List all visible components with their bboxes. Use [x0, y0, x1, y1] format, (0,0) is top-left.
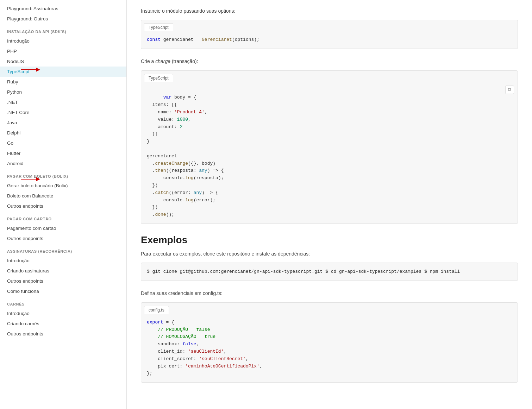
sidebar-item-playground-outros[interactable]: Playground: Outros [0, 14, 126, 24]
sidebar-container: Playground: AssinaturasPlayground: Outro… [0, 4, 126, 339]
sidebar-section-label: ASSINATURAS (RECORRÊNCIA) [0, 244, 126, 256]
sidebar-item-python[interactable]: Python [0, 87, 126, 97]
sidebar-item-java[interactable]: Java [0, 118, 126, 128]
sidebar-item-ruby[interactable]: Ruby [0, 77, 126, 87]
sidebar-section-label: CARNÊS [0, 296, 126, 308]
sidebar-item-android[interactable]: Android [0, 158, 126, 169]
charge-tab: TypeScript [144, 74, 173, 82]
config-code-block: config.ts export = { // PRODUÇÃO = false… [141, 302, 518, 383]
sidebar-item-criando-carnes[interactable]: Criando carnês [0, 319, 126, 329]
sidebar-item-dotnet-core[interactable]: .NET Core [0, 107, 126, 118]
config-tab: config.ts [144, 306, 169, 314]
instanciar-code-block: TypeScript const gerencianet = Gerencian… [141, 20, 518, 49]
sidebar-item-outros-endpoints-cartao[interactable]: Outros endpoints [0, 233, 126, 244]
sidebar-item-flutter[interactable]: Flutter [0, 148, 126, 158]
copy-button[interactable]: ⧉ [505, 86, 514, 94]
instanciar-code-body: const gerencianet = Gerencianet(options)… [141, 31, 518, 49]
config-code-body: export = { // PRODUÇÃO = false // HOMOLO… [141, 314, 518, 382]
sidebar-section-label: PAGAR COM CARTÃO [0, 211, 126, 223]
sidebar-item-outros-endpoints-carnes[interactable]: Outros endpoints [0, 329, 126, 339]
sidebar-item-introducao-carnes[interactable]: Introdução [0, 308, 126, 319]
sidebar: Playground: AssinaturasPlayground: Outro… [0, 0, 127, 409]
sidebar-section-label: INSTALAÇÃO DA API (SDK'S) [0, 24, 126, 36]
config-title: Defina suas credenciais em config.ts: [141, 289, 518, 297]
charge-code-block: TypeScript ⧉var body = { items: [{ name:… [141, 70, 518, 224]
sidebar-item-gerar-boleto[interactable]: Gerar boleto bancário (Bolix) [0, 181, 126, 191]
sidebar-item-outros-endpoints-assinaturas[interactable]: Outros endpoints [0, 276, 126, 286]
charge-code-body: ⧉var body = { items: [{ name: 'Product A… [141, 82, 518, 224]
instanciar-tab: TypeScript [144, 23, 173, 32]
charge-title-text: Crie a charge (transação): [141, 57, 518, 65]
sidebar-item-playground-assinaturas[interactable]: Playground: Assinaturas [0, 4, 126, 14]
boleto-arrow [21, 176, 40, 183]
main-content: Instancie o módulo passando suas options… [127, 0, 532, 409]
sidebar-item-dotnet[interactable]: .NET [0, 97, 126, 107]
typescript-arrow [21, 66, 40, 73]
exemplos-desc: Para executar os exemplos, clone este re… [141, 250, 518, 258]
sidebar-item-introducao[interactable]: Introdução [0, 36, 126, 46]
sidebar-item-delphi[interactable]: Delphi [0, 128, 126, 138]
sidebar-item-pagamento-cartao[interactable]: Pagamento com cartão [0, 223, 126, 233]
sidebar-item-introducao-assinaturas[interactable]: Introdução [0, 256, 126, 266]
sidebar-item-como-funciona[interactable]: Como funciona [0, 286, 126, 296]
sidebar-section-label: PAGAR COM BOLETO (BOLIX) [0, 169, 126, 181]
sidebar-item-boleto-balancete[interactable]: Boleto com Balancete [0, 191, 126, 201]
sidebar-item-criando-assinaturas[interactable]: Criando assinaturas [0, 266, 126, 276]
sidebar-item-php[interactable]: PHP [0, 46, 126, 56]
exemplos-title: Exemplos [141, 234, 518, 246]
sidebar-item-typescript[interactable]: TypeScript [0, 67, 126, 77]
sidebar-item-nodejs[interactable]: NodeJS [0, 56, 126, 67]
sidebar-item-go[interactable]: Go [0, 138, 126, 148]
instanciar-title: Instancie o módulo passando suas options… [141, 7, 518, 15]
exemplos-shell: $ git clone git@github.com:gerencianet/g… [141, 263, 518, 281]
sidebar-item-outros-endpoints-boleto[interactable]: Outros endpoints [0, 201, 126, 211]
